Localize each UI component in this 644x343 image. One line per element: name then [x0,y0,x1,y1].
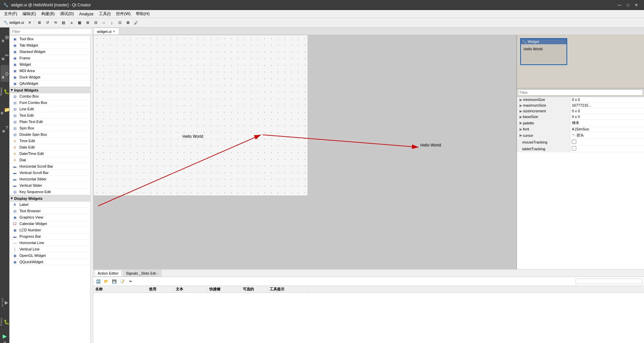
editor-tab-widgetui[interactable]: widget.ui ✕ [93,28,119,35]
menu-edit[interactable]: 编辑(E) [20,10,39,18]
action-filter-input[interactable] [576,279,643,284]
menu-analyze[interactable]: Analyze [76,10,96,18]
menu-tools[interactable]: 工具(I) [96,10,113,18]
sidebar-design[interactable]: ◇ 设计 [1,65,9,82]
widget-item-lcdnumber[interactable]: ▣ LCD Number [9,227,93,233]
action-save-btn[interactable]: 💾 [111,278,118,285]
widget-item-combobox[interactable]: ▤ Combo Box [9,93,93,100]
toolbar-btn9[interactable]: ↔ [100,19,107,26]
expand-icon7[interactable]: ▶ [520,133,522,137]
action-open-btn[interactable]: 📂 [103,278,110,285]
tab-close-widgetui[interactable]: ✕ [113,30,115,33]
widget-item-keyseqedit[interactable]: ▤ Key Sequence Edit [9,189,93,195]
widget-item-widget[interactable]: ▣ Widget [9,61,93,68]
toolbar-btn6[interactable]: ▦ [76,19,83,26]
close-btn[interactable]: ✕ [632,3,641,7]
widget-item-textbrowser[interactable]: ▤ Text Browser [9,208,93,214]
tablet-tracking-checkbox[interactable] [572,146,576,151]
prop-size-increment: ▶ sizeIncrement 0 x 0 [517,108,644,114]
toolbar-btn1[interactable]: ⊞ [36,19,43,26]
action-saveas-btn[interactable]: 📝 [119,278,126,285]
widget-panel-scrollbar[interactable] [90,36,93,343]
display-widgets-header[interactable]: ▾ Display Widgets [9,195,93,202]
menu-widgets[interactable]: 控件(W) [113,10,133,18]
props-table: ▶ minimumSize 0 x 0 ▶ maximumSize 167772… [517,97,644,269]
sidebar-run2[interactable]: 🐛 Debug [1,313,9,330]
widget-item-frame[interactable]: ▣ Frame [9,55,93,61]
menu-file[interactable]: 文件(F) [1,10,20,18]
toolbar-btn2[interactable]: ↺ [44,19,51,26]
toolbar-btn11[interactable]: ⊡ [116,19,123,26]
widget-item-openglwidget[interactable]: ▣ OpenGL Widget [9,252,93,259]
expand-icon3[interactable]: ▶ [520,109,522,113]
sidebar-debug2[interactable]: ▶ Hel~rld [1,294,9,311]
expand-icon2[interactable]: ▶ [520,104,522,107]
canvas-hello-world[interactable]: Hello World [182,134,203,139]
minimize-btn[interactable]: — [615,3,624,7]
expand-icon[interactable]: ▶ [520,98,522,102]
widget-item-qquickwidget[interactable]: ▣ QQuickWidget [9,259,93,265]
toolbar-btn5[interactable]: ≡ [68,19,75,26]
widget-item-textedit[interactable]: ▤ Text Edit [9,112,93,119]
design-canvas[interactable]: Hello World [93,35,308,196]
sidebar-welcome[interactable]: ⊞ 欢迎 [1,29,9,46]
menu-debug[interactable]: 调试(D) [57,10,76,18]
mouse-tracking-checkbox[interactable] [572,139,576,144]
widget-item-vline[interactable]: | Vertical Line [9,246,93,252]
menu-build[interactable]: 构建(B) [39,10,57,18]
design-canvas-area[interactable]: Hello World Hello World [93,35,517,269]
widget-item-mdiarea[interactable]: ▣ MDI Area [9,68,93,74]
input-widgets-header[interactable]: ▾ Input Widgets [9,87,93,93]
toolbar-btn8[interactable]: ⊟ [92,19,99,26]
widget-item-tabwidget[interactable]: ▣ Tab Widget [9,42,93,49]
widget-item-dateedit[interactable]: ⊙ Date Edit [9,144,93,151]
expand-icon5[interactable]: ▶ [520,121,522,125]
expand-icon6[interactable]: ▶ [520,127,522,131]
widget-item-doublespinbox[interactable]: ▤ Double Spin Box [9,131,93,138]
toolbar-widget-ui[interactable]: 🔧 widget.ui [1,19,26,26]
widget-item-fontcombobox[interactable]: ▤ Font Combo Box [9,100,93,106]
widget-item-plaintextedit[interactable]: ▤ Plain Text Edit [9,119,93,125]
tab-signals-slots[interactable]: Signals _Slots Edi··· [123,270,162,277]
widget-item-datetimeedit[interactable]: ⊙ Date/Time Edit [9,151,93,157]
widget-item-dockwidget[interactable]: ▣ Dock Widget [9,74,93,80]
toolbar-btn7[interactable]: ⊞ [84,19,91,26]
widget-item-label[interactable]: A Label [9,202,93,208]
widget-item-qaxwidget[interactable]: ▣ QAxWidget [9,80,93,87]
widget-item-spinbox[interactable]: ▤ Spin Box [9,125,93,131]
widget-item-graphicsview[interactable]: ▣ Graphics View [9,214,93,221]
widget-item-calendarwidget[interactable]: 12 Calendar Widget [9,221,93,227]
sidebar-debug[interactable]: 🐛 Debug [1,83,9,100]
menu-help[interactable]: 帮助(H) [133,10,152,18]
props-filter-input[interactable] [518,90,643,96]
toolbar-btn13[interactable]: 🖊 [132,19,140,26]
expand-icon4[interactable]: ▶ [520,115,522,119]
tab-action-editor[interactable]: Action Editor [95,270,121,277]
widget-label-dateedit: Date Edit [19,145,35,149]
widget-item-toolbox[interactable]: ▣ Tool Box [9,36,93,42]
widget-item-vslider[interactable]: ▬ Vertical Slider [9,182,93,189]
sidebar-config-btn[interactable]: ⚙ [3,341,7,343]
widget-item-vscrollbar[interactable]: ▬ Vertical Scroll Bar [9,170,93,176]
toolbar-btn3[interactable]: ⟲ [52,19,59,26]
widget-label-calendarwidget: Calendar Widget [19,222,47,226]
toolbar-btn12[interactable]: ⊠ [124,19,131,26]
sidebar-edit[interactable]: ✏ 编辑 [1,47,9,64]
action-edit-btn[interactable]: ✏ [127,278,134,285]
widget-item-progressbar[interactable]: ▬ Progress Bar [9,233,93,240]
widget-item-hscrollbar[interactable]: ▬ Horizontal Scroll Bar [9,163,93,170]
maximize-btn[interactable]: □ [624,3,632,7]
widget-item-stacked[interactable]: ▣ Stacked Widget [9,49,93,55]
widget-item-timeedit[interactable]: ⊙ Time Edit [9,138,93,144]
sidebar-projects[interactable]: 📁 项目 [1,101,9,118]
widget-item-dial[interactable]: ⊙ Dial [9,157,93,163]
widget-filter-input[interactable] [10,28,92,35]
widget-item-lineedit[interactable]: ▤ Line Edit [9,106,93,112]
sidebar-play-btn[interactable]: ▶ [3,333,7,339]
toolbar-btn4[interactable]: ▤ [60,19,67,26]
sidebar-help[interactable]: ? 帮助 [1,119,9,136]
toolbar-btn10[interactable]: ↕ [108,19,115,26]
widget-item-hslider[interactable]: ▬ Horizontal Slider [9,176,93,182]
action-new-btn[interactable]: 🆕 [95,278,102,285]
widget-item-hline[interactable]: — Horizontal Line [9,240,93,246]
